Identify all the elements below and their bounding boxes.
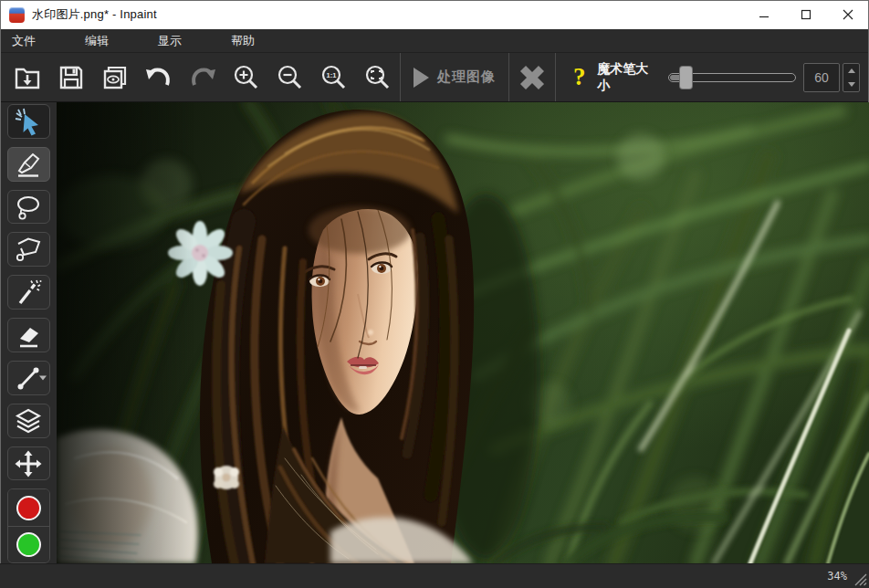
maximize-button[interactable] <box>785 0 827 29</box>
red-marker-icon <box>16 496 41 520</box>
window-title: 水印图片.png* - Inpaint <box>32 6 157 23</box>
toolbar: 1:1 处理图像 ? 魔术笔大小 <box>0 53 869 102</box>
move-icon <box>13 448 44 479</box>
menubar: 文件 编辑 显示 帮助 <box>0 29 869 53</box>
menu-view[interactable]: 显示 <box>146 29 194 52</box>
polygon-lasso-icon <box>13 234 44 265</box>
layers-icon <box>13 405 44 436</box>
cancel-icon <box>516 61 549 94</box>
zoom-fit-button[interactable] <box>356 53 400 101</box>
spin-up-button[interactable] <box>843 64 859 78</box>
zoom-actual-icon: 1:1 <box>319 63 349 92</box>
play-icon <box>414 68 429 88</box>
svg-text:1:1: 1:1 <box>327 71 337 79</box>
slider-handle[interactable] <box>680 67 692 89</box>
resize-grip[interactable] <box>854 573 867 586</box>
preview-original-icon <box>100 63 130 92</box>
tool-eraser[interactable] <box>7 318 50 352</box>
magic-select-cursor-icon <box>13 106 44 137</box>
magic-pen-size-value[interactable]: 60 <box>803 63 840 92</box>
zoom-level-text: 34% <box>827 570 847 583</box>
redo-icon <box>187 62 218 93</box>
cancel-processing-button[interactable] <box>509 53 555 101</box>
help-icon: ? <box>573 63 586 91</box>
zoom-in-icon <box>232 63 261 92</box>
process-image-button[interactable]: 处理图像 <box>401 53 508 101</box>
open-image-button[interactable] <box>5 53 49 101</box>
zoom-actual-button[interactable]: 1:1 <box>312 53 356 101</box>
toolbar-file-group: 1:1 <box>0 53 400 101</box>
titlebar: 水印图片.png* - Inpaint <box>0 0 869 29</box>
magic-pen-size-spinbox: 60 <box>803 53 860 101</box>
mask-color-red-button[interactable] <box>8 489 49 526</box>
close-icon <box>843 9 853 20</box>
maximize-icon <box>801 9 811 20</box>
marker-pen-icon <box>13 149 44 180</box>
green-marker-icon <box>16 532 41 557</box>
close-button[interactable] <box>827 0 869 29</box>
tool-marker[interactable] <box>7 147 50 182</box>
save-button[interactable] <box>49 53 93 101</box>
zoom-fit-icon <box>363 63 393 92</box>
tool-layers[interactable] <box>7 404 50 438</box>
app-window: 水印图片.png* - Inpaint 文件 编辑 显示 帮助 <box>0 0 869 588</box>
magic-pen-size-slider[interactable] <box>668 73 796 82</box>
magic-pen-slider-wrap <box>668 53 796 101</box>
zoom-out-button[interactable] <box>268 53 312 101</box>
zoom-out-icon <box>276 63 305 92</box>
redo-button[interactable] <box>181 53 225 101</box>
donor-color-green-button[interactable] <box>8 526 49 562</box>
minimize-button[interactable] <box>743 0 785 29</box>
menu-help[interactable]: 帮助 <box>219 29 267 52</box>
magic-wand-icon <box>13 277 44 308</box>
zoom-in-button[interactable] <box>225 53 268 101</box>
menu-file[interactable]: 文件 <box>0 29 47 52</box>
undo-button[interactable] <box>137 53 181 101</box>
eraser-icon <box>13 320 44 351</box>
help-button[interactable]: ? <box>563 53 595 101</box>
tool-line[interactable] <box>7 361 50 395</box>
save-icon <box>57 63 86 92</box>
window-controls <box>743 0 869 29</box>
canvas-area <box>57 102 869 563</box>
toolbar-separator <box>555 53 556 101</box>
undo-icon <box>143 62 174 93</box>
canvas-image[interactable] <box>57 102 869 563</box>
tool-sidebar <box>0 102 57 563</box>
tool-polygon-lasso[interactable] <box>7 232 50 267</box>
line-tool-dropdown-icon[interactable] <box>39 375 47 380</box>
preview-original-button[interactable] <box>93 53 137 101</box>
photo-vignette <box>57 102 194 563</box>
statusbar: 34% <box>0 563 869 588</box>
open-image-icon <box>13 63 42 92</box>
menu-edit[interactable]: 编辑 <box>73 29 120 52</box>
spin-down-button[interactable] <box>843 78 859 91</box>
process-image-label: 处理图像 <box>437 68 496 86</box>
photo-small-flower <box>214 466 239 489</box>
magic-pen-size-label: 魔术笔大小 <box>597 53 659 101</box>
app-logo-icon <box>9 7 25 23</box>
lasso-icon <box>13 192 44 223</box>
tool-magic-select[interactable] <box>7 104 50 139</box>
tool-magic-wand[interactable] <box>7 275 50 310</box>
tool-move[interactable] <box>7 446 50 481</box>
marker-color-group <box>7 488 50 563</box>
minimize-icon <box>759 9 770 20</box>
main-area <box>0 102 869 563</box>
spin-arrows <box>843 63 860 92</box>
tool-lasso[interactable] <box>7 190 50 225</box>
